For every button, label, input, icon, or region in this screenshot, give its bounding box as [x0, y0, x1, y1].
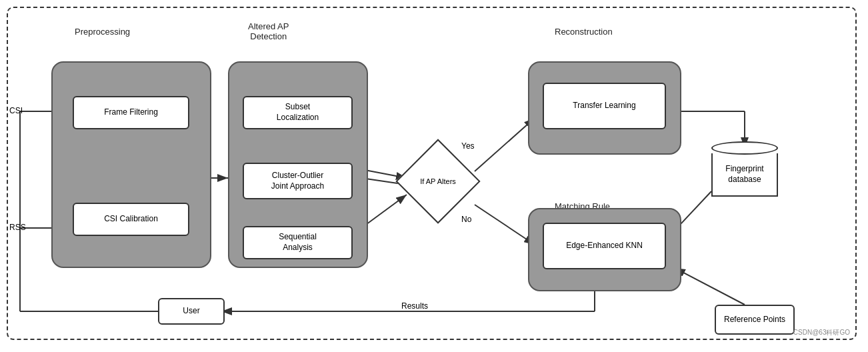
results-label: Results — [401, 301, 428, 311]
csi-label: CSI — [9, 106, 23, 115]
subset-localization-box: SubsetLocalization — [243, 96, 353, 129]
rss-label: RSS — [9, 223, 26, 232]
transfer-learning-box: Transfer Learning — [543, 83, 666, 129]
yes-label: Yes — [461, 141, 475, 151]
no-label: No — [461, 215, 471, 224]
edge-knn-gray-box: Edge-Enhanced KNN — [528, 208, 681, 291]
altered-ap-gray-box: SubsetLocalization Cluster-OutlierJoint … — [228, 61, 368, 268]
cylinder-top — [711, 141, 778, 155]
edge-enhanced-knn-box: Edge-Enhanced KNN — [543, 223, 666, 269]
reference-points-box: Reference Points — [715, 305, 795, 335]
svg-line-9 — [361, 195, 407, 228]
reconstruction-label: Reconstruction — [555, 27, 613, 37]
svg-line-11 — [475, 118, 535, 171]
user-box: User — [158, 298, 225, 325]
csi-calibration-box: CSI Calibration — [73, 203, 189, 236]
preprocessing-label: Preprocessing — [75, 27, 130, 37]
fingerprint-database-cylinder: Fingerprint database — [711, 141, 778, 197]
cluster-outlier-box: Cluster-OutlierJoint Approach — [243, 163, 353, 199]
reconstruction-gray-box: Transfer Learning — [528, 61, 681, 155]
svg-line-12 — [475, 205, 535, 245]
altered-ap-label: Altered APDetection — [248, 21, 289, 41]
preprocessing-gray-box: Frame Filtering CSI Calibration — [51, 61, 211, 268]
frame-filtering-box: Frame Filtering — [73, 96, 189, 129]
diamond-container: If AP Alters — [401, 148, 475, 215]
watermark: CSDN@63科研GO — [793, 328, 850, 337]
svg-line-16 — [675, 268, 745, 305]
cylinder-body: Fingerprint database — [711, 153, 778, 197]
diagram-container: Preprocessing Altered APDetection Recons… — [7, 7, 857, 340]
sequential-analysis-box: SequentialAnalysis — [243, 226, 353, 259]
diamond-label: If AP Alters — [420, 177, 456, 186]
